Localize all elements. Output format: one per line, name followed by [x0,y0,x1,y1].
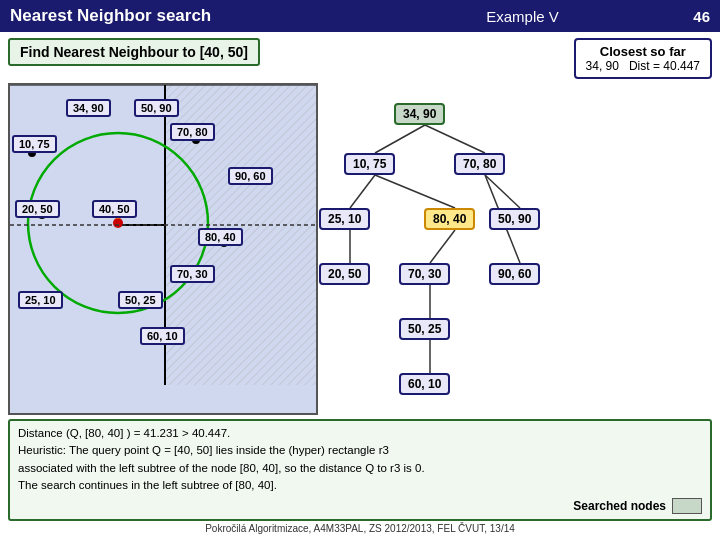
searched-row: Searched nodes [18,497,702,515]
tree-node-n11: 60, 10 [399,373,450,395]
sp-node-80-40: 80, 40 [198,228,243,246]
slide-number: 46 [693,8,710,25]
sp-node-20-50: 20, 50 [15,200,60,218]
bottom-line3: associated with the left subtree of the … [18,460,702,477]
header: Nearest Neighbor search Example V 46 [0,0,720,32]
tree-node-n9: 90, 60 [489,263,540,285]
tree-node-n2: 10, 75 [344,153,395,175]
middle-section: 34, 90 50, 90 70, 80 10, 75 90, 60 20, 5… [8,83,712,415]
tree-node-n1: 34, 90 [394,103,445,125]
page-title: Nearest Neighbor search [10,6,352,26]
tree-node-n5: 80, 40 [424,208,475,230]
closest-box: Closest so far 34, 90 Dist = 40.447 [574,38,712,79]
sp-node-10-75: 10, 75 [12,135,57,153]
bottom-line1: Distance (Q, [80, 40] ) = 41.231 > 40.44… [18,425,702,442]
svg-line-24 [485,175,520,208]
main-content: Find Nearest Neighbour to [40, 50] Close… [0,32,720,540]
tree-diagram: 34, 9010, 7570, 8025, 1080, 4050, 9020, … [324,83,712,415]
svg-point-6 [113,218,123,228]
tree-node-n10: 50, 25 [399,318,450,340]
svg-line-20 [375,125,425,153]
bottom-line4: The search continues in the left subtree… [18,477,702,494]
svg-line-23 [375,175,455,208]
bottom-description: Distance (Q, [80, 40] ) = 41.231 > 40.44… [8,419,712,521]
sp-node-60-10: 60, 10 [140,327,185,345]
sp-node-25-10: 25, 10 [18,291,63,309]
tree-node-n8: 70, 30 [399,263,450,285]
tree-node-n3: 70, 80 [454,153,505,175]
find-nearest-label: Find Nearest Neighbour to [40, 50] [8,38,260,66]
tree-node-n7: 20, 50 [319,263,370,285]
sp-node-50-90: 50, 90 [134,99,179,117]
top-row: Find Nearest Neighbour to [40, 50] Close… [8,38,712,79]
sp-node-90-60: 90, 60 [228,167,273,185]
searched-color-box [672,498,702,514]
tree-node-n6: 50, 90 [489,208,540,230]
spatial-diagram: 34, 90 50, 90 70, 80 10, 75 90, 60 20, 5… [8,83,318,415]
svg-line-21 [425,125,485,153]
sp-node-34-90: 34, 90 [66,99,111,117]
searched-label: Searched nodes [573,497,666,515]
tree-svg [324,83,712,415]
svg-line-22 [350,175,375,208]
closest-title: Closest so far [586,44,700,59]
footer: Pokročilá Algoritmizace, A4M33PAL, ZS 20… [8,521,712,536]
sp-node-50-25: 50, 25 [118,291,163,309]
svg-line-26 [430,230,455,263]
sp-node-40-50: 40, 50 [92,200,137,218]
closest-node: 34, 90 Dist = 40.447 [586,59,700,73]
bottom-line2: Heuristic: The query point Q = [40, 50] … [18,442,702,459]
tree-node-n4: 25, 10 [319,208,370,230]
sp-node-70-30: 70, 30 [170,265,215,283]
sp-node-70-80: 70, 80 [170,123,215,141]
example-label: Example V [352,8,694,25]
